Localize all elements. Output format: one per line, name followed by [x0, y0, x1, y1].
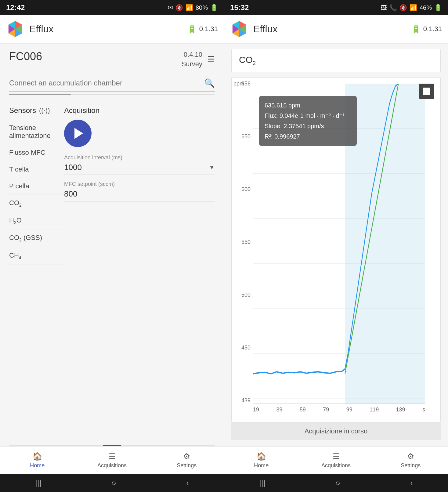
- x-label-19: 19: [253, 407, 259, 413]
- left-nav-acquisitions[interactable]: ☰ Acquisitions: [75, 449, 150, 472]
- right-bottom-nav: 🏠 Home ☰ Acquisitions ⚙ Settings: [224, 446, 448, 474]
- right-home-icon: 🏠: [256, 452, 266, 461]
- sensor-co2-gss: CO2 (GSS): [9, 230, 64, 247]
- left-battery-info: 🔋 0.1.31: [187, 24, 218, 34]
- tooltip-ppm: 635.615 ppm: [265, 100, 351, 110]
- y-label-656: 656: [241, 81, 251, 87]
- left-battery: 80%: [196, 4, 208, 11]
- left-main-content: FC006 0.4.10 Survey ☰ 🔍: [0, 43, 224, 445]
- interval-dropdown-icon[interactable]: ▼: [209, 164, 215, 171]
- left-version: 0.1.31: [199, 25, 218, 33]
- sensors-header: Sensors ((·)): [9, 106, 64, 115]
- x-label-139: 139: [396, 407, 405, 413]
- home-label: Home: [30, 462, 45, 469]
- search-input[interactable]: [9, 79, 204, 87]
- left-app-bar: THEAREN Efflux 🔋 0.1.31: [0, 15, 224, 43]
- sensors-column: Sensors ((·)) Tensionealimentazione Flus…: [9, 106, 64, 265]
- progress-fill: [9, 94, 71, 95]
- right-settings-label: Settings: [401, 462, 421, 469]
- right-battery-icon2: 🔋: [411, 24, 421, 34]
- right-logo: [230, 20, 248, 38]
- right-battery-icon: 🔋: [434, 4, 442, 11]
- left-screen-content: FC006 0.4.10 Survey ☰ 🔍: [0, 43, 224, 474]
- left-battery-icon2: 🔋: [187, 24, 197, 34]
- right-system-nav: ||| ○ ‹: [224, 474, 448, 492]
- right-nav-home[interactable]: 🏠 Home: [224, 449, 299, 472]
- right-sys-recent[interactable]: |||: [259, 478, 265, 488]
- left-mail-icon: ✉: [168, 4, 173, 11]
- left-system-nav: ||| ○ ‹: [0, 474, 224, 492]
- divider-1: [9, 101, 215, 101]
- tooltip-r2: R²: 0.996927: [265, 131, 351, 142]
- right-app-bar: Efflux 🔋 0.1.31: [224, 15, 448, 43]
- progress-bar: [9, 94, 215, 95]
- interval-value: 1000: [64, 163, 209, 172]
- acquisitions-label: Acquisitions: [97, 462, 127, 469]
- tooltip-flux: Flux: 9.044e-1 mol · m⁻² · d⁻¹: [265, 110, 351, 121]
- right-nav-settings[interactable]: ⚙ Settings: [373, 449, 448, 472]
- right-acquisitions-label: Acquisitions: [321, 462, 351, 469]
- left-bottom-nav: 🏠 Home ☰ Acquisitions ⚙ Settings: [0, 446, 224, 474]
- mfc-value-row[interactable]: 800: [64, 189, 215, 201]
- tooltip-slope: Slope: 2.37541 ppm/s: [265, 121, 351, 131]
- interval-value-row[interactable]: 1000 ▼: [64, 163, 215, 175]
- right-main-content: CO2 ppm 656 650 600 550 500 450 439: [224, 43, 448, 446]
- left-logo: THEAREN: [6, 20, 24, 38]
- interval-field: Acquisition interval (ms) 1000 ▼: [64, 154, 215, 175]
- left-nav-home[interactable]: 🏠 Home: [0, 449, 75, 472]
- right-battery: 46%: [420, 4, 432, 11]
- left-battery-icon: 🔋: [210, 4, 218, 11]
- left-app-title: Efflux: [29, 24, 182, 35]
- right-nav-acquisitions[interactable]: ☰ Acquisitions: [299, 449, 374, 472]
- co2-title-box: CO2: [231, 49, 441, 72]
- sensor-tensione: Tensionealimentazione: [9, 120, 64, 144]
- sensors-label: Sensors: [9, 106, 36, 115]
- search-bar[interactable]: 🔍: [9, 75, 215, 92]
- right-call-icon: 📞: [389, 4, 397, 11]
- co2-title: CO2: [239, 55, 256, 65]
- acquisizione-bar: Acquisizione in corso: [231, 422, 441, 440]
- y-label-550: 550: [241, 239, 251, 245]
- left-time: 12:42: [6, 3, 25, 12]
- x-label-59: 59: [300, 407, 306, 413]
- right-phone: 15:32 🖼 📞 🔇 📶 46% 🔋 Efflux 🔋 0.1.31: [224, 0, 448, 492]
- right-photo-icon: 🖼: [381, 4, 387, 11]
- y-label-600: 600: [241, 186, 251, 193]
- search-icon[interactable]: 🔍: [204, 78, 215, 88]
- left-nav-settings[interactable]: ⚙ Settings: [149, 449, 224, 472]
- sensors-wifi-icon: ((·)): [39, 107, 50, 114]
- chart-highlight: [345, 84, 425, 404]
- left-sys-recent[interactable]: |||: [35, 478, 41, 488]
- play-button[interactable]: [64, 120, 92, 147]
- settings-icon: ⚙: [183, 452, 190, 461]
- left-sys-back[interactable]: ‹: [186, 478, 189, 488]
- stop-button[interactable]: [419, 84, 434, 99]
- right-mute-icon: 🔇: [399, 4, 407, 11]
- sensors-acquisition-layout: Sensors ((·)) Tensionealimentazione Flus…: [9, 106, 215, 265]
- left-sys-home[interactable]: ○: [111, 478, 116, 488]
- mfc-field: MFC setpoint (sccm) 800: [64, 181, 215, 201]
- right-status-icons: 🖼 📞 🔇 📶 46% 🔋: [381, 4, 442, 11]
- sensor-pcella: P cella: [9, 178, 64, 195]
- interval-label: Acquisition interval (ms): [64, 154, 215, 161]
- hamburger-menu[interactable]: ☰: [207, 54, 215, 64]
- home-icon: 🏠: [32, 452, 42, 461]
- right-wifi-icon: 📶: [410, 4, 417, 11]
- sensor-ch4: CH4: [9, 247, 64, 265]
- right-app-title: Efflux: [253, 24, 406, 35]
- settings-label: Settings: [177, 462, 197, 469]
- left-status-icons: ✉ 🔇 📶 80% 🔋: [168, 4, 218, 11]
- right-status-bar: 15:32 🖼 📞 🔇 📶 46% 🔋: [224, 0, 448, 15]
- x-label-39: 39: [276, 407, 282, 413]
- acquisizione-text: Acquisizione in corso: [305, 427, 368, 435]
- chart-tooltip: 635.615 ppm Flux: 9.044e-1 mol · m⁻² · d…: [259, 96, 357, 146]
- right-settings-icon: ⚙: [407, 452, 414, 461]
- x-unit: s: [422, 407, 425, 413]
- left-mute-icon: 🔇: [175, 4, 183, 11]
- y-axis: 656 650 600 550 500 450 439: [232, 78, 253, 404]
- sensor-h2o: H2O: [9, 212, 64, 230]
- right-sys-home[interactable]: ○: [335, 478, 340, 488]
- chart-container: ppm 656 650 600 550 500 450 439: [231, 77, 441, 422]
- right-version: 0.1.31: [423, 25, 442, 33]
- right-sys-back[interactable]: ‹: [410, 478, 413, 488]
